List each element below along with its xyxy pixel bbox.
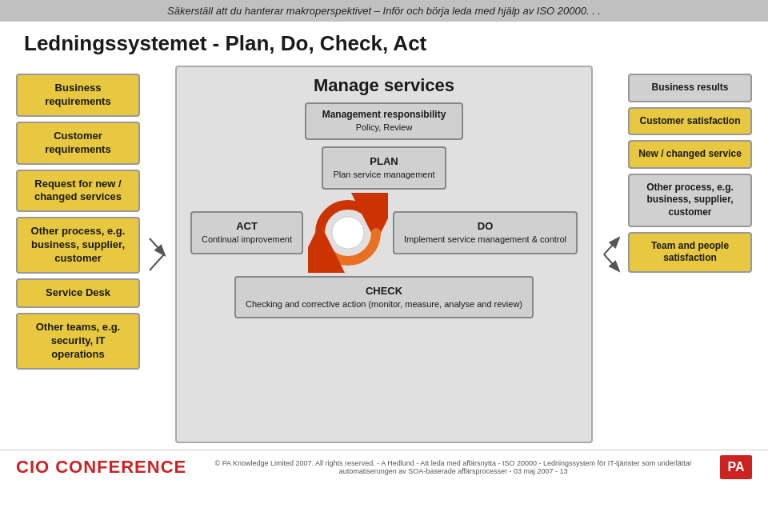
check-row: CHECK Checking and corrective action (mo… [185, 276, 583, 319]
cycle-diagram [308, 193, 388, 273]
left-box-customer-req: Customer requirements [16, 122, 140, 165]
svg-line-0 [150, 238, 164, 254]
content-area: Business requirements Customer requireme… [0, 62, 768, 446]
top-banner: Säkerställ att du hanterar makroperspekt… [0, 0, 768, 22]
left-box-request-new: Request for new / changed services [16, 170, 140, 213]
svg-line-3 [604, 238, 618, 254]
management-responsibility-box: Management responsibility Policy, Review [305, 102, 464, 140]
left-box-other-teams: Other teams, e.g. security, IT operation… [16, 313, 140, 370]
act-desc: Continual improvement [202, 234, 292, 246]
right-box-team-people: Team and people satisfaction [628, 232, 752, 273]
banner-text: Säkerställ att du hanterar makroperspekt… [167, 5, 601, 17]
act-do-row: ACT Continual improvement [185, 193, 583, 273]
svg-line-1 [150, 254, 164, 270]
left-box-business-req: Business requirements [16, 74, 140, 117]
right-box-new-changed-service: New / changed service [628, 140, 752, 169]
right-box-business-results: Business results [628, 74, 752, 102]
mgmt-resp-line1: Management responsibility [322, 109, 446, 120]
plan-label: PLAN [333, 154, 434, 169]
svg-line-4 [604, 254, 618, 270]
right-box-other-process: Other process, e.g. business, supplier, … [628, 174, 752, 227]
right-box-customer-satisfaction: Customer satisfaction [628, 107, 752, 136]
svg-point-2 [332, 217, 364, 249]
do-label: DO [404, 219, 566, 234]
bottom-bar: CIO CONFERENCE © PA Knowledge Limited 20… [0, 450, 768, 484]
manage-services-title: Manage services [314, 75, 454, 96]
copyright-text: © PA Knowledge Limited 2007. All rights … [186, 459, 720, 475]
left-column: Business requirements Customer requireme… [16, 66, 140, 443]
page-title: Ledningssystemet - Plan, Do, Check, Act [0, 22, 768, 62]
plan-box: PLAN Plan service management [322, 146, 446, 190]
plan-desc: Plan service management [333, 169, 434, 181]
act-box: ACT Continual improvement [190, 211, 303, 254]
pdca-layout: PLAN Plan service management ACT Continu… [185, 146, 583, 434]
left-center-arrow [148, 66, 167, 443]
check-desc: Checking and corrective action (monitor,… [246, 298, 522, 310]
left-box-other-process: Other process, e.g. business, supplier, … [16, 217, 140, 274]
plan-row: PLAN Plan service management [185, 146, 583, 190]
center-right-arrow [601, 66, 620, 443]
right-column: Business results Customer satisfaction N… [628, 66, 752, 443]
check-label: CHECK [246, 284, 522, 298]
do-box: DO Implement service management & contro… [393, 211, 578, 254]
left-box-service-desk: Service Desk [16, 278, 140, 308]
check-box: CHECK Checking and corrective action (mo… [234, 276, 534, 319]
act-label: ACT [202, 219, 292, 234]
center-column: Manage services Management responsibilit… [175, 66, 593, 443]
do-desc: Implement service management & control [404, 234, 566, 246]
mgmt-resp-line2: Policy, Review [356, 122, 413, 132]
pa-logo: PA [720, 455, 752, 479]
cio-conference-logo: CIO CONFERENCE [16, 457, 186, 478]
